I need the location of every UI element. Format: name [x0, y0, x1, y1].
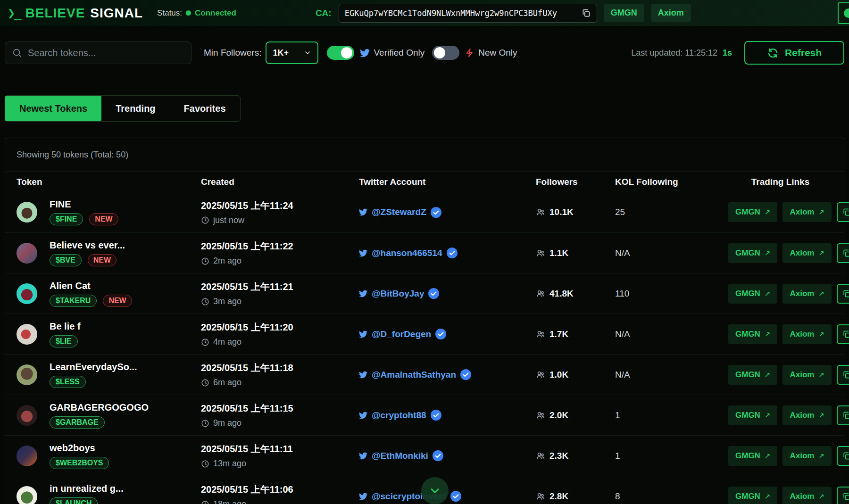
- gmgn-link-label: GMGN: [735, 411, 760, 420]
- copy-icon: [842, 207, 849, 217]
- search-input[interactable]: [28, 48, 184, 58]
- axiom-link-button[interactable]: Axiom ↗: [782, 202, 832, 222]
- header-axiom-button[interactable]: Axiom: [651, 4, 691, 22]
- ca-input[interactable]: EGKuQp7wYBCMc1TodN9NLWxnMMHwrg2w9nCPC3BU…: [339, 4, 597, 23]
- tab-favorites[interactable]: Favorites: [170, 96, 240, 121]
- table-row[interactable]: LearnEverydaySo... $LESS 2025/05/15 上午11…: [5, 354, 844, 395]
- gmgn-link-button[interactable]: GMGN ↗: [728, 365, 777, 385]
- copy-contract-button[interactable]: [837, 324, 849, 344]
- copy-contract-button[interactable]: [837, 243, 849, 263]
- table-row[interactable]: FINE $FINE NEW 2025/05/15 上午11:24 just n…: [5, 192, 844, 232]
- header-corner-button[interactable]: [838, 2, 849, 24]
- table-row[interactable]: web2boys $WEB2BOYS 2025/05/15 上午11:11 13…: [5, 435, 844, 476]
- copy-contract-button[interactable]: [837, 487, 849, 504]
- twitter-handle-link[interactable]: @cryptoht88: [372, 410, 426, 421]
- search-box[interactable]: [5, 41, 191, 64]
- copy-contract-button[interactable]: [837, 446, 849, 466]
- copy-contract-button[interactable]: [837, 202, 849, 222]
- gmgn-link-button[interactable]: GMGN ↗: [728, 405, 777, 425]
- created-date: 2025/05/15 上午11:21: [201, 281, 359, 293]
- header-gmgn-button[interactable]: GMGN: [604, 4, 644, 22]
- axiom-link-button[interactable]: Axiom ↗: [782, 405, 832, 425]
- kol-following-count: 1: [615, 410, 728, 421]
- min-followers-select[interactable]: 1K+: [266, 41, 318, 64]
- token-avatar: [17, 202, 37, 223]
- col-header-trading: Trading Links: [728, 177, 832, 187]
- axiom-link-button[interactable]: Axiom ↗: [782, 243, 832, 263]
- kol-following-count: 8: [615, 491, 728, 502]
- twitter-icon: [359, 411, 367, 420]
- twitter-icon: [359, 208, 367, 216]
- twitter-handle-link[interactable]: @AmalnathSathyan: [372, 370, 456, 380]
- table-row[interactable]: GARBAGERGOGOGO $GARBAGE 2025/05/15 上午11:…: [5, 395, 844, 435]
- clock-icon: [201, 216, 209, 224]
- verified-badge-icon: [450, 491, 461, 502]
- followers-icon: [536, 289, 545, 298]
- followers-count: 2.0K: [549, 410, 568, 421]
- copy-contract-button[interactable]: [837, 284, 849, 304]
- token-cell: GARBAGERGOGOGO $GARBAGE: [17, 402, 201, 429]
- tab-newest-tokens[interactable]: Newest Tokens: [5, 96, 101, 121]
- copy-icon[interactable]: [581, 8, 591, 18]
- top-bar: ❯_ BELIEVE SIGNAL Status: Connected CA: …: [0, 0, 849, 26]
- axiom-link-button[interactable]: Axiom ↗: [782, 446, 832, 466]
- min-followers-label: Min Followers:: [204, 48, 261, 58]
- followers-icon: [536, 207, 545, 217]
- verified-only-toggle[interactable]: [327, 46, 354, 60]
- gmgn-link-button[interactable]: GMGN ↗: [728, 446, 777, 466]
- created-date: 2025/05/15 上午11:11: [201, 443, 359, 455]
- created-cell: 2025/05/15 上午11:21 3m ago: [201, 281, 359, 306]
- twitter-icon: [360, 48, 370, 58]
- twitter-handle-link[interactable]: @ZStewardZ: [372, 207, 426, 217]
- gmgn-link-button[interactable]: GMGN ↗: [728, 202, 777, 222]
- twitter-icon: [359, 330, 367, 339]
- twitter-handle-link[interactable]: @D_forDegen: [372, 329, 431, 339]
- gmgn-link-button[interactable]: GMGN ↗: [728, 243, 777, 263]
- external-link-icon: ↗: [818, 208, 824, 216]
- logo-text-believe: BELIEVE: [25, 6, 85, 21]
- token-avatar: [17, 446, 37, 466]
- created-relative-time: 18m ago: [213, 499, 246, 504]
- created-date: 2025/05/15 上午11:18: [201, 362, 359, 374]
- gmgn-link-button[interactable]: GMGN ↗: [728, 324, 777, 344]
- gmgn-link-button[interactable]: GMGN ↗: [728, 487, 777, 504]
- copy-contract-button[interactable]: [837, 405, 849, 425]
- twitter-handle-link[interactable]: @EthMonkiki: [372, 451, 428, 461]
- twitter-handle-link[interactable]: @BitBoyJay: [372, 289, 424, 299]
- copy-contract-button[interactable]: [837, 365, 849, 385]
- new-badge: NEW: [88, 254, 117, 266]
- followers-cell: 1.7K: [536, 329, 615, 339]
- axiom-link-button[interactable]: Axiom ↗: [782, 365, 832, 385]
- new-only-toggle[interactable]: [432, 46, 459, 60]
- trading-links-cell: GMGN ↗ Axiom ↗: [728, 324, 849, 344]
- external-link-icon: ↗: [765, 411, 771, 420]
- followers-icon: [536, 370, 545, 380]
- verified-only-label: Verified Only: [374, 48, 424, 58]
- gmgn-link-label: GMGN: [735, 492, 760, 501]
- token-avatar: [17, 364, 37, 385]
- gmgn-link-button[interactable]: GMGN ↗: [728, 284, 777, 304]
- chevron-down-icon: [304, 49, 311, 57]
- table-row[interactable]: Be lie f $LIE 2025/05/15 上午11:20 4m ago …: [5, 314, 844, 354]
- refresh-button[interactable]: Refresh: [744, 41, 844, 65]
- table-row[interactable]: Believe vs ever... $BVE NEW 2025/05/15 上…: [5, 232, 844, 273]
- col-header-created: Created: [201, 177, 359, 187]
- token-count-summary: Showing 50 tokens (Total: 50): [5, 138, 844, 172]
- token-avatar: [17, 486, 37, 504]
- created-cell: 2025/05/15 上午11:15 9m ago: [201, 402, 359, 428]
- axiom-link-button[interactable]: Axiom ↗: [782, 284, 832, 304]
- twitter-handle-link[interactable]: @hanson466514: [372, 248, 442, 258]
- external-link-icon: ↗: [818, 492, 824, 501]
- scroll-down-button[interactable]: [421, 477, 449, 504]
- gmgn-link-label: GMGN: [735, 289, 760, 298]
- table-row[interactable]: Alien Cat $TAKERU NEW 2025/05/15 上午11:21…: [5, 273, 844, 314]
- refresh-group: Last updated: 11:25:12 1s Refresh: [631, 41, 844, 65]
- token-name: Believe vs ever...: [50, 240, 125, 251]
- trading-links-cell: GMGN ↗ Axiom ↗: [728, 243, 849, 263]
- tab-trending[interactable]: Trending: [101, 96, 169, 121]
- copy-icon: [842, 411, 849, 420]
- followers-icon: [536, 451, 545, 461]
- axiom-link-button[interactable]: Axiom ↗: [782, 487, 832, 504]
- followers-cell: 1.0K: [536, 370, 615, 380]
- axiom-link-button[interactable]: Axiom ↗: [782, 324, 832, 344]
